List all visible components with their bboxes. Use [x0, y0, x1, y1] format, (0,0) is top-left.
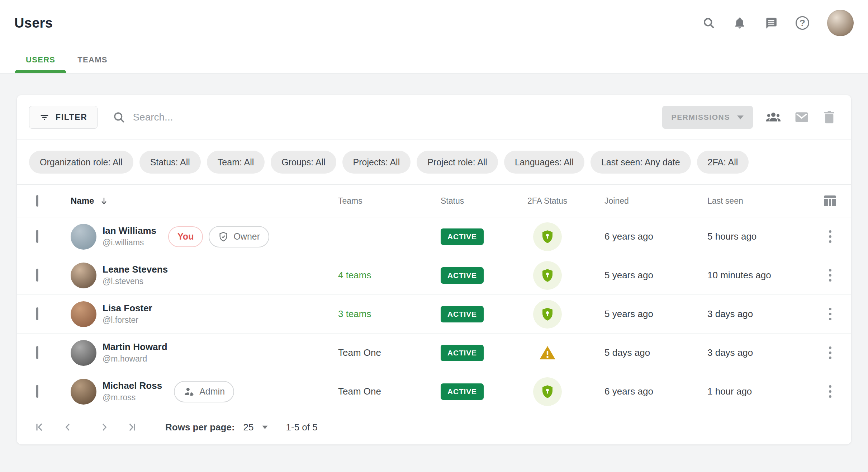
status-badge: ACTIVE	[441, 383, 484, 400]
last-page-icon[interactable]	[123, 419, 140, 436]
column-header-status[interactable]: Status	[441, 196, 527, 206]
cell-joined: 5 days ago	[604, 347, 707, 358]
badge-you: You	[168, 226, 203, 247]
cell-last-seen: 1 hour ago	[707, 386, 809, 397]
table-row: Martin Howard @m.howard Team One ACTIVE	[17, 334, 851, 372]
cell-joined: 6 years ago	[604, 231, 707, 242]
permissions-button-label: PERMISSIONS	[672, 113, 730, 122]
next-page-icon[interactable]	[96, 419, 113, 436]
cell-name: Leane Stevens @l.stevens	[71, 263, 338, 288]
table-row: Michael Ross @m.ross Admin Team One ACTI…	[17, 372, 851, 411]
row-checkbox[interactable]	[36, 307, 38, 320]
filter-chip[interactable]: Status: All	[139, 151, 201, 174]
column-header-joined[interactable]: Joined	[604, 196, 707, 206]
cell-status: ACTIVE	[441, 306, 527, 322]
2fa-enabled-shield-icon	[533, 377, 562, 406]
person-gear-icon	[183, 386, 195, 397]
column-header-2fa[interactable]: 2FA Status	[527, 196, 604, 206]
cell-name: Martin Howard @m.howard	[71, 340, 338, 366]
chevron-down-icon	[262, 425, 267, 429]
permissions-dropdown-button[interactable]: PERMISSIONS	[662, 106, 753, 129]
cell-teams: Team One	[338, 386, 441, 397]
table-header: Name Teams Status 2FA Status Joined Last…	[17, 184, 851, 217]
users-card: FILTER PERMISSIONS	[16, 95, 852, 445]
teams-link[interactable]: 4 teams	[338, 270, 371, 280]
select-all-checkbox[interactable]	[36, 195, 38, 207]
status-badge: ACTIVE	[441, 267, 484, 284]
cell-status: ACTIVE	[441, 345, 527, 361]
messages-chat-icon[interactable]	[764, 16, 778, 30]
status-badge: ACTIVE	[441, 345, 484, 361]
filter-chip[interactable]: Languages: All	[504, 151, 584, 174]
filter-chip[interactable]: Projects: All	[342, 151, 411, 174]
row-actions-kebab-icon[interactable]	[826, 305, 834, 323]
column-header-last-seen[interactable]: Last seen	[707, 196, 809, 206]
cell-last-seen: 5 hours ago	[707, 231, 809, 242]
row-actions-kebab-icon[interactable]	[826, 266, 834, 284]
email-icon[interactable]	[794, 109, 810, 125]
teams-value: Team One	[338, 386, 381, 397]
cell-joined: 5 years ago	[604, 308, 707, 320]
filter-chips-row: Organization role: All Status: All Team:…	[17, 140, 851, 184]
filter-chip[interactable]: Last seen: Any date	[590, 151, 691, 174]
cell-last-seen: 3 days ago	[707, 347, 809, 358]
first-page-icon[interactable]	[31, 419, 48, 436]
filter-chip[interactable]: Groups: All	[271, 151, 336, 174]
user-username: @l.stevens	[103, 277, 168, 286]
row-actions-kebab-icon[interactable]	[826, 227, 834, 246]
cell-name: Ian Williams @i.williams YouOwner	[71, 224, 338, 250]
rows-per-page-value: 25	[243, 422, 254, 433]
cell-2fa	[527, 222, 604, 251]
row-checkbox[interactable]	[36, 385, 38, 398]
row-actions-kebab-icon[interactable]	[826, 382, 834, 401]
filter-chip[interactable]: 2FA: All	[697, 151, 749, 174]
row-checkbox[interactable]	[36, 230, 38, 243]
status-badge: ACTIVE	[441, 306, 484, 322]
cell-name: Michael Ross @m.ross Admin	[71, 379, 338, 405]
cell-2fa	[527, 300, 604, 329]
cell-joined: 6 years ago	[604, 386, 707, 397]
delete-trash-icon[interactable]	[822, 110, 837, 125]
toolbar-actions: PERMISSIONS	[662, 106, 837, 129]
status-badge: ACTIVE	[441, 228, 484, 245]
teams-link[interactable]: 3 teams	[338, 308, 371, 319]
main-content: FILTER PERMISSIONS	[0, 74, 868, 445]
filter-button-label: FILTER	[56, 113, 87, 122]
tab-users[interactable]: USERS	[15, 46, 66, 73]
table-row: Leane Stevens @l.stevens 4 teams ACTIVE	[17, 256, 851, 295]
filter-chip[interactable]: Team: All	[207, 151, 265, 174]
user-full-name: Martin Howard	[103, 342, 167, 353]
teams-value: Team One	[338, 347, 381, 358]
user-full-name: Lisa Foster	[103, 303, 152, 314]
2fa-enabled-shield-icon	[533, 300, 562, 329]
pagination-range: 1-5 of 5	[286, 422, 318, 433]
column-settings-icon[interactable]	[823, 194, 837, 208]
2fa-warning-icon	[533, 339, 562, 367]
cell-name: Lisa Foster @l.forster	[71, 301, 338, 327]
row-actions-kebab-icon[interactable]	[826, 344, 834, 362]
cell-last-seen: 3 days ago	[707, 308, 809, 320]
avatar	[71, 340, 96, 366]
help-icon[interactable]: ?	[796, 16, 809, 30]
cell-status: ACTIVE	[441, 267, 527, 284]
row-checkbox[interactable]	[36, 346, 38, 359]
user-full-name: Ian Williams	[103, 226, 156, 236]
column-header-teams[interactable]: Teams	[338, 196, 441, 206]
previous-page-icon[interactable]	[59, 419, 76, 436]
avatar	[71, 379, 96, 405]
2fa-enabled-shield-icon	[533, 222, 562, 251]
tab-teams[interactable]: TEAMS	[66, 46, 119, 73]
table-row: Ian Williams @i.williams YouOwner ACTIVE	[17, 217, 851, 256]
search-input[interactable]	[133, 112, 662, 123]
filter-chip[interactable]: Organization role: All	[29, 151, 133, 174]
user-username: @m.howard	[103, 354, 167, 364]
notifications-bell-icon[interactable]	[733, 16, 746, 29]
user-avatar[interactable]	[827, 10, 854, 36]
column-header-name[interactable]: Name	[71, 196, 338, 206]
rows-per-page-select[interactable]: 25	[243, 422, 268, 433]
add-to-team-people-icon[interactable]	[765, 109, 782, 126]
row-checkbox[interactable]	[36, 269, 38, 282]
search-icon[interactable]	[702, 16, 715, 29]
filter-chip[interactable]: Project role: All	[417, 151, 498, 174]
filter-button[interactable]: FILTER	[29, 106, 98, 129]
